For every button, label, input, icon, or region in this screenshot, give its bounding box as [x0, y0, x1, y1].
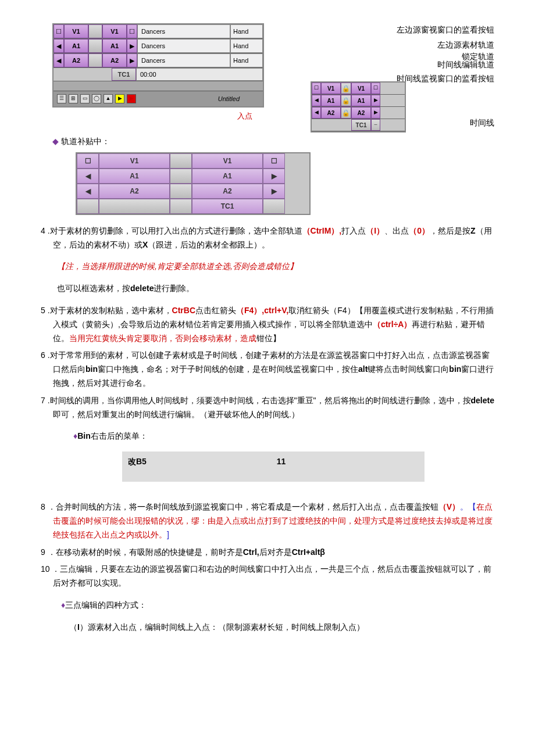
list-item-10: 10 ．三点编辑，只要在左边的源监视器窗口和右边的时间线窗口中打入出点，一共是三… — [41, 562, 494, 590]
tc-value: 00:00 — [136, 68, 263, 81]
track-toggle[interactable]: ▶ — [371, 95, 380, 106]
list-item-5: 5 .对于素材的发制粘贴，选中素材，CtrBC点击红箭头（F4）,ctrl+V,… — [41, 304, 494, 345]
track-toggle[interactable]: ▶ — [127, 53, 137, 67]
cell[interactable]: ▶ — [263, 184, 285, 199]
cell — [170, 184, 192, 199]
track-spacer — [88, 39, 102, 53]
sub-heading: ♦Bin右击后的菜单： — [73, 429, 494, 443]
timeline-title: Untitled — [218, 94, 240, 105]
track-toggle[interactable]: ☐ — [312, 83, 321, 94]
track-toggle[interactable]: ▶ — [127, 39, 137, 53]
cell — [263, 199, 285, 214]
track-spacer — [88, 53, 102, 67]
track-a1-src[interactable]: A1 — [64, 39, 88, 53]
list-item-9: 9 ．在移动素材的时候，有吸附感的快捷键是，前时齐是Ctrl,后对齐是CtrI+… — [41, 546, 494, 560]
cell[interactable]: ◀ — [77, 169, 99, 184]
track-a1[interactable]: A1 — [351, 95, 371, 106]
cell — [170, 199, 192, 214]
clip[interactable]: Hand — [230, 53, 263, 67]
section-heading: ◆轨道补贴中： — [52, 135, 494, 149]
track-toggle[interactable]: ◀ — [312, 95, 321, 106]
track-toggle[interactable]: ▶ — [371, 107, 380, 119]
track-toggle[interactable]: ◀ — [54, 53, 64, 67]
track-a2[interactable]: A2 — [351, 107, 371, 119]
track-a1[interactable]: A1 — [321, 95, 341, 106]
cell[interactable]: ◀ — [77, 184, 99, 199]
track-a2[interactable]: A2 — [321, 107, 341, 119]
tool-icon[interactable]: ⊞ — [69, 94, 78, 103]
list-item-8: 8 ．合并时间线的方法，将一条时间线放到源监视窗口中，将它看成是一个素材，然后打… — [41, 500, 494, 542]
track-toggle[interactable]: ☐ — [54, 24, 64, 38]
track-v1[interactable]: V1 — [321, 83, 341, 94]
tc-label: TC1 — [351, 119, 371, 131]
cell[interactable]: A1 — [192, 169, 263, 184]
cell — [170, 153, 192, 169]
track-toggle[interactable]: ◀ — [312, 107, 321, 119]
track-spacer — [88, 24, 102, 38]
legend-label: 时间线 — [470, 116, 494, 130]
cell[interactable]: ☐ — [263, 153, 285, 169]
cell — [99, 199, 170, 214]
tool-icon[interactable]: ▭ — [80, 94, 90, 103]
cell[interactable]: ▶ — [263, 169, 285, 184]
legend-label: 时间线监视窗口的监看按钮 — [397, 72, 494, 86]
lock-icon[interactable]: 🔒 — [341, 107, 351, 119]
clip[interactable]: Hand — [230, 24, 263, 38]
track-toggle[interactable]: ◀ — [54, 39, 64, 53]
clip[interactable]: Hand — [230, 39, 263, 53]
tc-toggle[interactable]: – — [371, 119, 380, 131]
track-a1-dst[interactable]: A1 — [102, 39, 127, 53]
figure-timeline-panel: ☐ V1 V1 ☐ Dancers Hand ◀ A1 A1 ▶ Dancers… — [52, 23, 264, 123]
box-left: 改B5 — [128, 457, 147, 466]
legend-label: 左边源窗视窗口的监看按钮 — [397, 23, 494, 37]
body-text: 也可以框选素材，按delete进行删除。 — [57, 282, 494, 296]
cell[interactable]: A1 — [99, 169, 170, 184]
body-text: （I）源素材入出点，编辑时间线上入点：（限制源素材长短，时间线上限制入点） — [69, 621, 494, 635]
timeline-toolbar: ☰ ⊞ ▭ ◯ ▲ ▶ ▶ Untitled — [54, 91, 263, 106]
cell — [77, 199, 99, 214]
figure-track-legend: 左边源窗视窗口的监看按钮 左边源素材轨道 锁定轨道 时间线编辑轨道 时间线监视窗… — [311, 23, 494, 128]
cell[interactable]: A2 — [192, 184, 263, 199]
grey-box: 改B5 11 — [122, 452, 425, 482]
track-v1[interactable]: V1 — [351, 83, 371, 94]
cell[interactable]: ☐ — [77, 153, 99, 169]
box-right: 11 — [277, 455, 286, 469]
sub-heading: ♦三点编辑的四种方式： — [61, 599, 494, 612]
cell — [170, 169, 192, 184]
lock-icon[interactable]: 🔒 — [341, 83, 351, 94]
cell[interactable]: A2 — [99, 184, 170, 199]
legend-label: 时间线编辑轨道 — [437, 58, 494, 72]
clip[interactable]: Dancers — [137, 53, 230, 67]
cell[interactable]: V1 — [99, 153, 170, 169]
list-item-4: 4 .对于素材的剪切删除，可以用打入出点的方式进行删除，选中全部轨道（CtrIM… — [41, 224, 494, 252]
track-v1-dst[interactable]: V1 — [102, 24, 127, 38]
list-item-6: 6 .对于常常用到的素材，可以创建子素材或是子时间线，创建子素材的方法是在源监视… — [41, 349, 494, 390]
clip[interactable]: Dancers — [137, 24, 230, 38]
overwrite-arrow-icon[interactable]: ▶ — [127, 94, 136, 103]
insert-arrow-icon[interactable]: ▶ — [115, 94, 124, 103]
tool-icon[interactable]: ☰ — [57, 94, 66, 103]
track-a2-src[interactable]: A2 — [64, 53, 88, 67]
cell[interactable]: V1 — [192, 153, 263, 169]
clip[interactable]: Dancers — [137, 39, 230, 53]
track-toggle[interactable]: ☐ — [371, 83, 380, 94]
in-point-label: 入点 — [52, 110, 252, 123]
track-a2-dst[interactable]: A2 — [102, 53, 127, 67]
lock-icon[interactable]: 🔒 — [341, 95, 351, 106]
tool-icon[interactable]: ▲ — [104, 94, 113, 103]
tc-label: TC1 — [112, 68, 136, 81]
figure-track-patch: ☐ V1 V1 ☐ ◀ A1 A1 ▶ ◀ A2 A2 ▶ TC1 — [76, 152, 311, 215]
list-item-7: 7 .时间线的调用，当你调用他人时间线时，须要选中时间线，右击选择"重豆"，然后… — [41, 394, 494, 422]
note-text: 【注，当选择用跟进的时候,肯定要全部轨道全选,否则会造成错位】 — [57, 260, 494, 274]
tool-icon[interactable]: ◯ — [92, 94, 101, 103]
cell[interactable]: TC1 — [192, 199, 263, 214]
track-v1-src[interactable]: V1 — [64, 24, 88, 38]
track-toggle[interactable]: ☐ — [127, 24, 137, 38]
